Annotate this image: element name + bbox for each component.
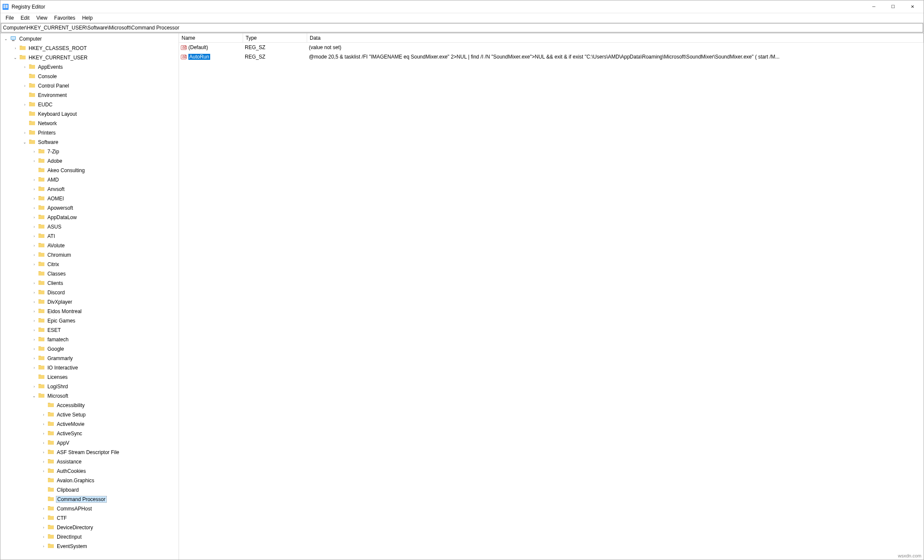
tree-item[interactable]: famatech — [0, 335, 179, 344]
chevron-right-icon[interactable] — [31, 214, 37, 220]
chevron-right-icon[interactable] — [41, 459, 47, 465]
tree-item[interactable]: Citrix — [0, 260, 179, 269]
menu-view[interactable]: View — [33, 14, 51, 22]
value-row[interactable]: abAutoRunREG_SZ@mode 20,5 & tasklist /FI… — [179, 52, 924, 62]
chevron-right-icon[interactable] — [31, 158, 37, 164]
tree-item[interactable]: Printers — [0, 128, 179, 138]
tree-item[interactable]: AppEvents — [0, 62, 179, 72]
chevron-right-icon[interactable] — [31, 196, 37, 202]
menu-file[interactable]: File — [2, 14, 17, 22]
chevron-right-icon[interactable] — [31, 290, 37, 296]
tree-item[interactable]: Active Setup — [0, 410, 179, 419]
chevron-right-icon[interactable] — [41, 440, 47, 446]
close-button[interactable]: ✕ — [903, 0, 922, 13]
col-header-name[interactable]: Name — [179, 33, 243, 42]
tree-item[interactable]: AppDataLow — [0, 213, 179, 222]
chevron-right-icon[interactable] — [31, 327, 37, 333]
chevron-right-icon[interactable] — [22, 102, 28, 108]
chevron-right-icon[interactable] — [31, 149, 37, 155]
chevron-right-icon[interactable] — [31, 280, 37, 286]
chevron-right-icon[interactable] — [31, 186, 37, 192]
tree-item[interactable]: AuthCookies — [0, 466, 179, 476]
chevron-right-icon[interactable] — [41, 449, 47, 455]
tree-item[interactable]: Discord — [0, 288, 179, 297]
maximize-button[interactable]: ☐ — [883, 0, 903, 13]
tree-item[interactable]: Eidos Montreal — [0, 307, 179, 316]
tree-item[interactable]: Akeo Consulting — [0, 166, 179, 175]
tree-item[interactable]: Classes — [0, 269, 179, 279]
menu-help[interactable]: Help — [79, 14, 96, 22]
chevron-down-icon[interactable] — [3, 36, 9, 42]
titlebar[interactable]: Registry Editor ─ ☐ ✕ — [0, 0, 924, 13]
tree-item[interactable]: ESET — [0, 325, 179, 335]
tree-item[interactable]: AppV — [0, 438, 179, 448]
chevron-right-icon[interactable] — [31, 299, 37, 305]
col-header-type[interactable]: Type — [243, 33, 307, 42]
tree-item[interactable]: Microsoft — [0, 391, 179, 401]
chevron-right-icon[interactable] — [41, 431, 47, 437]
tree-item[interactable]: Accessibility — [0, 401, 179, 410]
chevron-right-icon[interactable] — [22, 83, 28, 89]
chevron-down-icon[interactable] — [22, 139, 28, 145]
tree-item[interactable]: DeviceDirectory — [0, 523, 179, 532]
tree-item[interactable]: ASUS — [0, 222, 179, 232]
tree-item[interactable]: Command Processor — [0, 495, 179, 504]
chevron-right-icon[interactable] — [31, 177, 37, 183]
tree-item[interactable]: CTF — [0, 513, 179, 523]
chevron-right-icon[interactable] — [31, 308, 37, 314]
tree-item[interactable]: Adobe — [0, 156, 179, 166]
tree-item[interactable]: HKEY_CLASSES_ROOT — [0, 44, 179, 53]
tree-pane[interactable]: ComputerHKEY_CLASSES_ROOTHKEY_CURRENT_US… — [0, 33, 179, 560]
tree-item[interactable]: Network — [0, 119, 179, 128]
col-header-data[interactable]: Data — [307, 33, 924, 42]
tree-item[interactable]: Assistance — [0, 457, 179, 466]
chevron-right-icon[interactable] — [12, 45, 18, 51]
tree-item[interactable]: LogiShrd — [0, 382, 179, 391]
tree-item[interactable]: ActiveSync — [0, 429, 179, 438]
tree-item[interactable]: Clients — [0, 279, 179, 288]
tree-item[interactable]: HKEY_CURRENT_USER — [0, 53, 179, 62]
tree-item[interactable]: Licenses — [0, 372, 179, 382]
tree-item[interactable]: ATI — [0, 232, 179, 241]
tree-item[interactable]: ASF Stream Descriptor File — [0, 448, 179, 457]
chevron-down-icon[interactable] — [31, 393, 37, 399]
chevron-right-icon[interactable] — [31, 252, 37, 258]
chevron-right-icon[interactable] — [41, 543, 47, 549]
tree-item[interactable]: Environment — [0, 91, 179, 100]
chevron-right-icon[interactable] — [41, 515, 47, 521]
tree-item[interactable]: Control Panel — [0, 81, 179, 91]
tree-item[interactable]: Epic Games — [0, 316, 179, 325]
tree-item[interactable]: AMD — [0, 175, 179, 185]
tree-item[interactable]: AOMEI — [0, 194, 179, 203]
value-row[interactable]: ab(Default)REG_SZ(value not set) — [179, 43, 924, 52]
chevron-right-icon[interactable] — [41, 468, 47, 474]
chevron-right-icon[interactable] — [41, 506, 47, 512]
tree-item[interactable]: Google — [0, 344, 179, 354]
chevron-right-icon[interactable] — [22, 130, 28, 136]
chevron-right-icon[interactable] — [41, 525, 47, 531]
chevron-right-icon[interactable] — [41, 421, 47, 427]
tree-item[interactable]: 7-Zip — [0, 147, 179, 156]
tree-item[interactable]: ActiveMovie — [0, 419, 179, 429]
chevron-right-icon[interactable] — [31, 384, 37, 390]
chevron-down-icon[interactable] — [12, 55, 18, 61]
menu-favorites[interactable]: Favorites — [51, 14, 79, 22]
chevron-right-icon[interactable] — [31, 224, 37, 230]
tree-item[interactable]: Apowersoft — [0, 203, 179, 213]
values-pane[interactable]: Name Type Data ab(Default)REG_SZ(value n… — [179, 33, 924, 560]
chevron-right-icon[interactable] — [22, 64, 28, 70]
tree-item[interactable]: DirectInput — [0, 532, 179, 542]
tree-item[interactable]: Software — [0, 138, 179, 147]
chevron-right-icon[interactable] — [31, 243, 37, 249]
tree-item[interactable]: AVolute — [0, 241, 179, 250]
tree-item[interactable]: IO Interactive — [0, 363, 179, 372]
chevron-right-icon[interactable] — [31, 233, 37, 239]
tree-item[interactable]: EventSystem — [0, 542, 179, 551]
chevron-right-icon[interactable] — [41, 412, 47, 418]
menu-edit[interactable]: Edit — [17, 14, 33, 22]
tree-item[interactable]: CommsAPHost — [0, 504, 179, 513]
chevron-right-icon[interactable] — [31, 337, 37, 343]
tree-item[interactable]: Avalon.Graphics — [0, 476, 179, 485]
tree-item[interactable]: Computer — [0, 34, 179, 44]
tree-item[interactable]: Chromium — [0, 250, 179, 260]
